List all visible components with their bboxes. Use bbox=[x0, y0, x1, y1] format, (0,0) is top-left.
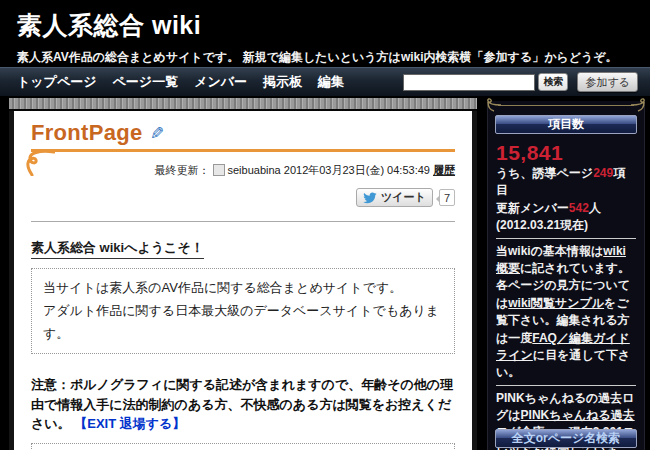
sidebar-ornament bbox=[488, 99, 644, 113]
sidebar-items-header[interactable]: 項目数 bbox=[495, 115, 637, 134]
last-updated-line: 最終更新：seibuabina 2012年03月23日(金) 04:53:49 … bbox=[31, 163, 455, 178]
ornament-left-icon bbox=[486, 98, 502, 112]
nav-search-group: 検索 参加する bbox=[403, 72, 638, 92]
tweet-row: ツイート 7 bbox=[31, 188, 455, 207]
intro-box: 当サイトは素人系のAV作品に関する総合まとめサイトです。 アダルト作品に関する日… bbox=[31, 268, 455, 354]
main-area: FrontPage ✎ 最終更新：seibuabina 2012年03月23日(… bbox=[0, 97, 650, 450]
sidebar-search-header[interactable]: 全文orページ名検索 bbox=[495, 429, 637, 448]
nav-item-board[interactable]: 掲示板 bbox=[263, 73, 302, 91]
search-button[interactable]: 検索 bbox=[538, 73, 568, 91]
item-count: 15,841 bbox=[496, 141, 636, 165]
nav-item-edit[interactable]: 編集 bbox=[318, 73, 344, 91]
ornament-right-icon bbox=[630, 98, 646, 112]
intro-line: 当サイトは素人系のAV作品に関する総合まとめサイトです。 bbox=[43, 277, 443, 300]
navbar: トップページ ページ一覧 メンバー 掲示板 編集 検索 参加する bbox=[0, 67, 650, 97]
sidebar-info-paragraph: 当wikiの基本情報はwiki概要に記されています。各ページの見方についてはwi… bbox=[496, 243, 636, 382]
stat-guide-pages: うち、誘導ページ249項目 bbox=[496, 165, 636, 200]
exit-link[interactable]: 【EXIT 退場する】 bbox=[74, 416, 185, 431]
site-subtitle: 素人系AV作品の総合まとめサイトです。 新規で編集したいという方はwiki内検索… bbox=[17, 49, 650, 66]
sidebar-body: 15,841 うち、誘導ページ249項目 更新メンバー542人 (2012.03… bbox=[488, 134, 644, 450]
stat-as-of-date: (2012.03.21現在) bbox=[496, 217, 636, 234]
site-header: 素人系総合 wiki 素人系AV作品の総合まとめサイトです。 新規で編集したいと… bbox=[0, 0, 650, 67]
intro-line: アダルト作品に関する日本最大級のデータベースサイトでもあります。 bbox=[43, 300, 443, 346]
title-rule bbox=[31, 149, 455, 152]
page-title: FrontPage bbox=[31, 120, 143, 146]
wiki-search-input[interactable] bbox=[403, 74, 535, 91]
tweet-count-badge[interactable]: 7 bbox=[439, 189, 455, 206]
user-avatar-icon bbox=[213, 164, 225, 176]
tweet-button[interactable]: ツイート bbox=[356, 188, 433, 207]
join-button[interactable]: 参加する bbox=[577, 72, 638, 92]
last-updated-datetime: 2012年03月23日(金) 04:53:49 bbox=[284, 164, 430, 176]
nav-item-top-page[interactable]: トップページ bbox=[17, 73, 97, 91]
content-body: FrontPage ✎ 最終更新：seibuabina 2012年03月23日(… bbox=[14, 111, 472, 450]
stat-members: 更新メンバー542人 bbox=[496, 200, 636, 217]
flourish-icon bbox=[25, 150, 55, 176]
site-title: 素人系総合 wiki bbox=[17, 9, 650, 42]
edit-pencil-icon[interactable]: ✎ bbox=[150, 123, 164, 144]
panel-texture-strip bbox=[9, 98, 477, 111]
tweet-button-label: ツイート bbox=[381, 190, 426, 205]
history-link[interactable]: 履歴 bbox=[433, 164, 455, 176]
welcome-heading: 素人系総合 wikiへようこそ！ bbox=[31, 239, 204, 259]
notice-paragraph: 注意：ポルノグラフィに関する記述が含まれますので、年齢その他の理由で情報入手に法… bbox=[31, 375, 455, 434]
sidebar-divider bbox=[496, 238, 636, 239]
content-panel: FrontPage ✎ 最終更新：seibuabina 2012年03月23日(… bbox=[8, 97, 478, 450]
twitter-bird-icon bbox=[363, 192, 377, 204]
last-updated-user: seibuabina bbox=[228, 164, 281, 176]
wiki-sample-link[interactable]: wiki閲覧サンプル bbox=[508, 296, 604, 310]
sidebar-divider bbox=[496, 385, 636, 386]
nav-item-members[interactable]: メンバー bbox=[194, 73, 247, 91]
sidebar: 項目数 15,841 うち、誘導ページ249項目 更新メンバー542人 (201… bbox=[487, 101, 645, 450]
anniversary-box: 当サイトは、2011年9月2日でサイト開設4周年を迎えました。多くの方のご参加、… bbox=[31, 443, 455, 450]
nav-item-page-list[interactable]: ページ一覧 bbox=[113, 73, 179, 91]
last-updated-label: 最終更新： bbox=[155, 164, 210, 176]
